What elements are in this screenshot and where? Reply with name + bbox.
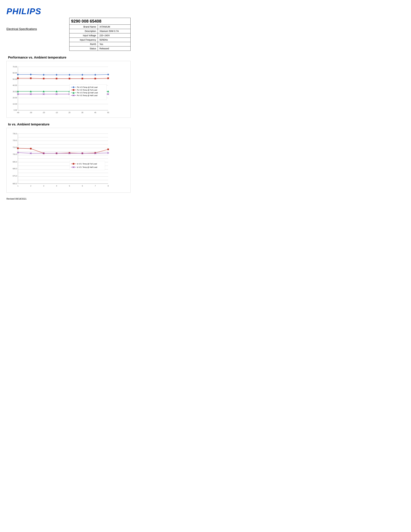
svg-text:20.00: 20.00 [13, 97, 17, 99]
svg-text:10.00: 10.00 [13, 103, 17, 105]
svg-rect-39 [82, 78, 83, 79]
svg-text:Io V.S. Temp @ Half Load: Io V.S. Temp @ Half Load [77, 166, 97, 168]
chart1-container: 70.00 60.00 50.00 40.00 30.00 20.00 10.0… [6, 61, 131, 118]
label-rohs: RoHS [69, 42, 98, 47]
svg-marker-33 [107, 74, 109, 76]
svg-text:685.0: 685.0 [13, 168, 17, 170]
value-brand: XITANIUM [98, 25, 131, 29]
svg-rect-38 [69, 78, 70, 79]
svg-marker-31 [81, 74, 83, 76]
svg-text:50.00: 50.00 [13, 78, 17, 80]
svg-marker-29 [56, 74, 57, 76]
svg-marker-27 [30, 74, 32, 76]
label-frequency: Input Frequency [69, 38, 98, 42]
svg-text:Pin V.S Temp @ Half Load: Pin V.S Temp @ Half Load [77, 92, 98, 94]
svg-text:695.0: 695.0 [13, 161, 17, 163]
svg-rect-41 [107, 77, 109, 79]
value-rohs: Yes [98, 42, 131, 47]
svg-text:25: 25 [68, 112, 70, 114]
svg-rect-37 [56, 78, 57, 79]
chart1-section: Performance vs. Ambient temperature 70.0… [6, 56, 131, 118]
product-table: 9290 008 65408 Brand Name XITANIUM Descr… [69, 18, 131, 51]
label-description: Description [69, 29, 98, 33]
svg-marker-28 [43, 74, 45, 76]
svg-text:5: 5 [69, 185, 70, 187]
svg-text:715.0: 715.0 [13, 146, 17, 148]
svg-rect-40 [94, 78, 96, 79]
svg-text:70.00: 70.00 [13, 66, 17, 68]
svg-text:Pin V.S Temp @ Full Load: Pin V.S Temp @ Full Load [77, 86, 97, 88]
svg-rect-120 [107, 149, 109, 150]
svg-text:-30: -30 [29, 112, 32, 114]
label-status: Status [69, 47, 98, 51]
chart1-title: Performance vs. Ambient temperature [6, 56, 131, 59]
svg-rect-114 [30, 148, 32, 150]
svg-rect-139 [73, 163, 74, 165]
svg-text:1: 1 [17, 185, 18, 187]
svg-rect-113 [17, 148, 19, 149]
chart2-section: Io vs. Ambient temperature 735 [6, 123, 131, 193]
value-frequency: 50/60Hz [98, 38, 131, 42]
svg-text:8: 8 [108, 185, 109, 187]
svg-text:-10: -10 [55, 112, 58, 114]
svg-text:Io V.S. Temp @ Full Load: Io V.S. Temp @ Full Load [77, 163, 97, 165]
svg-text:3: 3 [43, 185, 44, 187]
svg-rect-35 [30, 77, 32, 79]
svg-rect-71 [73, 89, 74, 91]
svg-rect-137 [69, 161, 105, 170]
chart2-container: 735.0 725.0 715.0 705.0 695.0 685.0 675.… [6, 128, 131, 193]
chart2-title: Io vs. Ambient temperature [6, 123, 131, 126]
svg-text:30.00: 30.00 [13, 91, 17, 93]
svg-text:735.0: 735.0 [13, 133, 17, 135]
svg-marker-30 [68, 74, 70, 76]
svg-text:35: 35 [81, 112, 83, 114]
label-brand: Brand Name [69, 25, 98, 29]
svg-text:60.00: 60.00 [13, 72, 17, 74]
product-id: 9290 008 65408 [69, 18, 131, 25]
electrical-specs-label: Electrical Specifications [6, 28, 37, 31]
svg-text:675.0: 675.0 [13, 175, 17, 177]
svg-text:-40: -40 [17, 112, 19, 114]
svg-marker-26 [17, 74, 19, 76]
svg-text:Po V.S Temp @ Full Load: Po V.S Temp @ Full Load [77, 89, 97, 91]
label-voltage: Input Voltage [69, 33, 98, 38]
svg-rect-36 [43, 78, 45, 79]
svg-text:7: 7 [95, 185, 96, 187]
revised-date: Revised 08/18/2021 [6, 198, 131, 200]
svg-text:Po V.S Temp @ Half Load: Po V.S Temp @ Half Load [77, 95, 97, 96]
svg-text:4: 4 [56, 185, 57, 187]
chart2-svg: 735.0 725.0 715.0 705.0 695.0 685.0 675.… [8, 130, 129, 190]
value-description: Xitanium 50W 0.7A [98, 29, 131, 33]
chart1-svg: 70.00 60.00 50.00 40.00 30.00 20.00 10.0… [8, 64, 129, 115]
svg-text:665.0: 665.0 [13, 183, 17, 185]
svg-text:-20: -20 [42, 112, 45, 114]
svg-marker-32 [94, 74, 96, 76]
svg-text:2: 2 [30, 185, 31, 187]
svg-text:55: 55 [107, 112, 109, 114]
value-voltage: 220~240V [98, 33, 131, 38]
svg-text:40.00: 40.00 [13, 84, 17, 86]
svg-text:725.0: 725.0 [13, 139, 17, 141]
svg-text:0.00: 0.00 [14, 109, 17, 111]
svg-text:6: 6 [82, 185, 83, 187]
svg-text:45: 45 [94, 112, 96, 114]
svg-rect-34 [17, 77, 19, 79]
value-status: Released [98, 47, 131, 51]
logo: PHILIPS [6, 6, 131, 16]
svg-text:705.0: 705.0 [13, 153, 17, 155]
